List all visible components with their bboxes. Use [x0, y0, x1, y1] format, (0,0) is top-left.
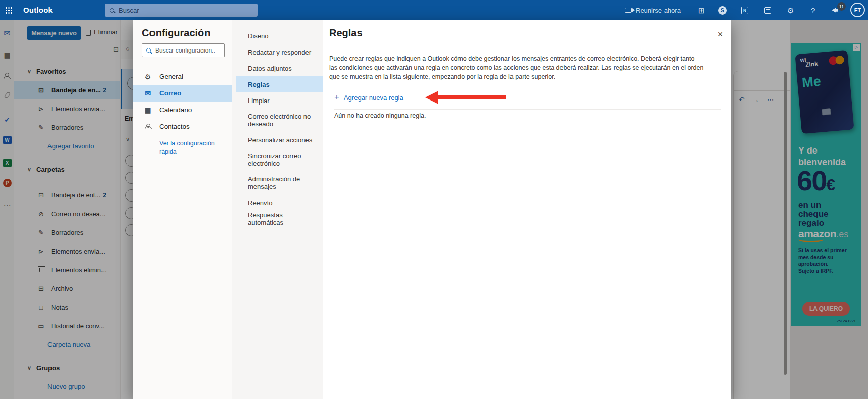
- account-avatar[interactable]: FT: [850, 3, 865, 17]
- outlook-app: Outlook Reunirse ahora ⊞ S N ⚙ ? 11: [0, 0, 868, 399]
- nav-administracion-mensajes[interactable]: Administración de mensajes: [236, 171, 323, 194]
- gear-icon: ⚙: [787, 7, 794, 14]
- nav-redactar[interactable]: Redactar y responder: [236, 44, 323, 60]
- divider: [334, 109, 721, 110]
- settings-categories: ⚙ General ✉ Correo ▦ Calendario Contacto…: [133, 68, 232, 135]
- plus-icon: +: [334, 92, 339, 103]
- calendar-icon: ▦: [144, 106, 152, 114]
- settings-button[interactable]: ⚙: [787, 0, 794, 20]
- nav-datos-adjuntos[interactable]: Datos adjuntos: [236, 60, 323, 76]
- onenote-icon: N: [741, 7, 748, 14]
- nav-personalizar-acciones[interactable]: Personalizar acciones: [236, 132, 323, 148]
- search-input[interactable]: [119, 7, 240, 14]
- settings-title: Configuración: [142, 27, 211, 39]
- annotation-arrow: [425, 90, 506, 105]
- search-icon: [110, 8, 114, 13]
- category-contactos[interactable]: Contactos: [133, 118, 232, 135]
- suite-header: Outlook Reunirse ahora ⊞ S N ⚙ ? 11: [0, 0, 868, 20]
- calendar-tasks-icon: [764, 7, 771, 14]
- settings-dialog: Configuración ⚙ General ✉ Correo ▦ Calen…: [133, 20, 731, 399]
- search-icon: [146, 48, 151, 53]
- nav-reglas[interactable]: Reglas: [236, 76, 323, 92]
- help-icon: ?: [811, 7, 815, 14]
- category-general[interactable]: ⚙ General: [133, 68, 232, 85]
- mail-icon: ✉: [144, 89, 152, 97]
- rules-title: Reglas: [329, 27, 363, 39]
- tasks-button[interactable]: [764, 0, 771, 20]
- no-rules-text: Aún no ha creado ninguna regla.: [334, 112, 426, 119]
- close-icon[interactable]: ×: [713, 28, 727, 41]
- notifications-badge: 11: [837, 2, 846, 11]
- category-calendario[interactable]: ▦ Calendario: [133, 102, 232, 118]
- app-launcher-icon[interactable]: [5, 7, 12, 14]
- people-icon: [144, 123, 152, 131]
- onenote-button[interactable]: N: [741, 0, 748, 20]
- grid-icon: ⊞: [698, 7, 705, 14]
- category-correo[interactable]: ✉ Correo: [133, 85, 232, 102]
- divider: [329, 47, 721, 47]
- video-camera-icon: [625, 8, 632, 13]
- nav-limpiar[interactable]: Limpiar: [236, 92, 323, 109]
- nav-correo-no-deseado[interactable]: Correo electrónico no deseado: [236, 109, 323, 132]
- settings-left-column: Configuración ⚙ General ✉ Correo ▦ Calen…: [133, 20, 232, 399]
- quick-settings-link[interactable]: Ver la configuración rápida: [159, 139, 220, 156]
- meet-now-button[interactable]: Reunirse ahora: [625, 0, 681, 20]
- nav-diseno[interactable]: Diseño: [236, 28, 323, 44]
- help-button[interactable]: ?: [811, 0, 815, 20]
- app-title: Outlook: [23, 0, 53, 20]
- settings-search-input[interactable]: [155, 47, 215, 54]
- gear-icon: ⚙: [144, 73, 152, 81]
- skype-button[interactable]: S: [718, 0, 727, 20]
- my-day-button[interactable]: ⊞: [698, 0, 705, 20]
- rules-panel: Reglas Puede crear reglas que indiquen a…: [323, 20, 731, 399]
- settings-nav-column: Diseño Redactar y responder Datos adjunt…: [232, 20, 323, 399]
- settings-search[interactable]: [142, 43, 225, 57]
- nav-reenvio[interactable]: Reenvío: [236, 194, 323, 211]
- rules-description: Puede crear reglas que indiquen a Outloo…: [329, 54, 703, 81]
- nav-sincronizar-correo[interactable]: Sincronizar correo electrónico: [236, 148, 323, 171]
- skype-icon: S: [718, 6, 727, 15]
- topbar-search[interactable]: [105, 4, 258, 17]
- add-new-rule-button[interactable]: + Agregar nueva regla: [334, 92, 403, 103]
- meet-now-label: Reunirse ahora: [636, 7, 681, 14]
- nav-respuestas-automaticas[interactable]: Respuestas automáticas: [236, 211, 323, 227]
